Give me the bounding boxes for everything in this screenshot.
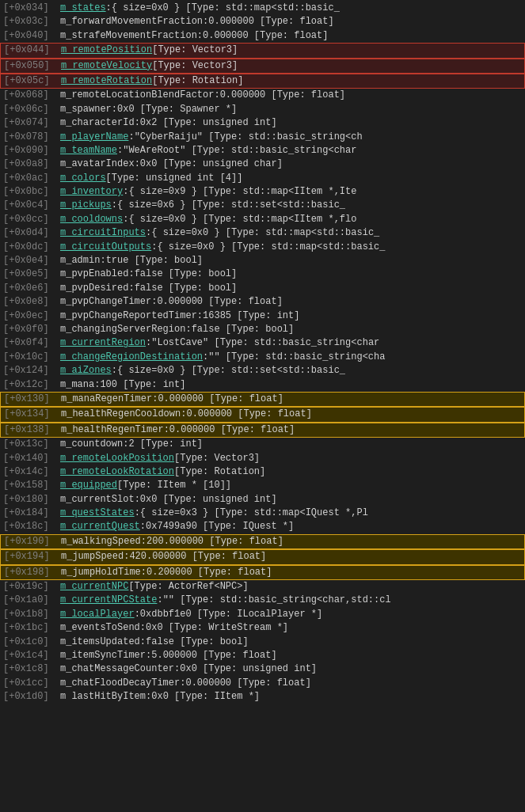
- field-name[interactable]: m_equipped: [60, 479, 117, 492]
- field-name[interactable]: m_pickups: [60, 199, 112, 212]
- field-value: [Type: Rotation]: [174, 465, 265, 479]
- table-row: [+0x184] m_questStates : { size=0x3 } [T…: [0, 507, 525, 520]
- code-view: [+0x034] m_states : { size=0x0 } [Type: …: [0, 0, 525, 706]
- field-value: 100 [Type: int]: [100, 378, 185, 392]
- field-value: 0x7499a90 [Type: IQuest *]: [146, 520, 294, 533]
- field-name[interactable]: m_circuitInputs: [60, 226, 146, 240]
- table-row: [+0x0f0] m_changingServerRegion : false …: [0, 323, 525, 336]
- field-name[interactable]: m_colors: [60, 172, 106, 185]
- table-row: [+0x198] m_jumpHoldTime : 0.200000 [Type…: [0, 565, 525, 580]
- field-value: [Type: Rotation]: [152, 74, 243, 88]
- table-row: [+0x0ac] m_colors [Type: unsigned int [4…: [0, 172, 525, 185]
- memory-offset: [+0x1c4]: [3, 649, 60, 662]
- separator: :: [140, 636, 146, 649]
- field-value: [Type: Vector3]: [152, 44, 238, 57]
- field-value: 0.000000 [Type: float]: [158, 393, 283, 406]
- memory-offset: [+0x18c]: [3, 520, 60, 533]
- field-name[interactable]: m_questStates: [60, 507, 135, 520]
- memory-offset: [+0x13c]: [3, 438, 60, 451]
- field-name: m_avatarIndex: [60, 157, 135, 171]
- table-row: [+0x0d4] m_circuitInputs : { size=0x0 } …: [0, 226, 525, 240]
- separator: :: [123, 438, 128, 451]
- field-name[interactable]: m_teamName: [60, 144, 117, 157]
- memory-offset: [+0x090]: [3, 144, 60, 157]
- field-name: m_chatMessageCounter: [60, 662, 174, 676]
- separator: :: [197, 309, 203, 323]
- table-row: [+0x0e5] m_pvpEnabled : false [Type: boo…: [0, 268, 525, 281]
- separator: :: [94, 378, 100, 392]
- separator: :: [140, 621, 146, 635]
- field-value: false [Type: bool]: [192, 323, 295, 336]
- field-name[interactable]: m_inventory: [60, 185, 123, 199]
- memory-offset: [+0x1bc]: [3, 621, 60, 635]
- memory-offset: [+0x0cc]: [3, 213, 60, 226]
- field-name: m_pvpChangeReportedTimer: [60, 309, 197, 323]
- field-name: m_mana: [60, 378, 94, 392]
- field-name: m_admin: [60, 254, 100, 268]
- field-name[interactable]: m_remoteLookPosition: [60, 452, 174, 465]
- separator: :: [164, 423, 169, 437]
- field-name[interactable]: m_remoteLookRotation: [60, 465, 174, 479]
- separator: :: [124, 550, 129, 563]
- field-name[interactable]: m_currentQuest: [60, 520, 140, 533]
- table-row: [+0x068] m_remoteLocationBlendFactor : 0…: [0, 89, 525, 102]
- field-name[interactable]: m_localPlayer: [60, 608, 135, 621]
- field-name: m_chatFloodDecayTimer: [60, 677, 180, 690]
- memory-offset: [+0x190]: [4, 535, 61, 548]
- table-row: [+0x03c] m_forwardMovementFraction : 0.0…: [0, 15, 525, 28]
- field-name[interactable]: m_cooldowns: [60, 213, 123, 226]
- memory-offset: [+0x0e8]: [3, 295, 60, 309]
- field-value: false [Type: bool]: [135, 268, 238, 281]
- memory-offset: [+0x0bc]: [3, 185, 60, 199]
- separator: :: [128, 282, 134, 295]
- field-name[interactable]: m_playerName: [60, 131, 128, 144]
- field-name: m_healthRegenTimer: [61, 423, 164, 437]
- field-name: m_remoteLocationBlendFactor: [60, 89, 214, 102]
- field-value: "CyberRaiju" [Type: std::basic_string<ch: [135, 131, 363, 144]
- field-value: { size=0x0 } [Type: std::map<IItem *,flo: [128, 213, 356, 226]
- field-name[interactable]: m_states: [60, 2, 106, 15]
- table-row: [+0x180] m_currentSlot : 0x0 [Type: unsi…: [0, 493, 525, 507]
- field-value: true [Type: bool]: [106, 254, 203, 268]
- field-name[interactable]: m_currentRegion: [60, 336, 146, 350]
- field-value: 5.000000 [Type: float]: [151, 649, 276, 662]
- separator: :: [181, 408, 186, 421]
- field-name[interactable]: m_changeRegionDestination: [60, 351, 203, 364]
- separator: :: [128, 268, 134, 281]
- table-row: [+0x1bc] m_eventsToSend : 0x0 [Type: Wri…: [0, 621, 525, 635]
- separator: :: [112, 364, 117, 378]
- field-name[interactable]: m_remotePosition: [61, 44, 152, 57]
- table-row: [+0x1d0] m lastHitByItem : 0x0 [Type: II…: [0, 690, 525, 704]
- field-value: 0xdbbf1e0 [Type: ILocalPlayer *]: [140, 608, 322, 621]
- field-name[interactable]: m_remoteVelocity: [61, 59, 152, 73]
- table-row: [+0x14c] m_remoteLookRotation [Type: Rot…: [0, 465, 525, 479]
- field-name[interactable]: m_currentNPCState: [60, 594, 157, 607]
- field-value: { size=0x0 } [Type: std::set<std::basic_: [117, 364, 345, 378]
- memory-offset: [+0x1b8]: [3, 608, 60, 621]
- memory-offset: [+0x044]: [4, 44, 61, 57]
- field-value: { size=0x9 } [Type: std::map<IItem *,Ite: [128, 185, 356, 199]
- separator: :: [152, 393, 158, 406]
- field-name[interactable]: m_circuitOutputs: [60, 241, 151, 254]
- field-value: 0.000000 [Type: float]: [186, 408, 311, 421]
- table-row: [+0x0e6] m_pvpDesired : false [Type: boo…: [0, 282, 525, 295]
- field-value: false [Type: bool]: [135, 282, 238, 295]
- separator: :: [123, 185, 128, 199]
- field-value: [Type: Vector3]: [174, 452, 260, 465]
- table-row: [+0x0cc] m_cooldowns : { size=0x0 } [Typ…: [0, 213, 525, 226]
- field-name[interactable]: m_currentNPC: [60, 580, 128, 594]
- field-name[interactable]: m_aiZones: [60, 364, 112, 378]
- separator: :: [146, 690, 151, 704]
- field-value: 0.000000 [Type: float]: [169, 423, 295, 437]
- memory-offset: [+0x1c8]: [3, 662, 60, 676]
- separator: :: [174, 662, 180, 676]
- memory-offset: [+0x12c]: [3, 378, 60, 392]
- field-name: m_healthRegenCooldown: [61, 408, 181, 421]
- field-name[interactable]: m_remoteRotation: [61, 74, 152, 88]
- memory-offset: [+0x0f0]: [3, 323, 60, 336]
- table-row: [+0x12c] m_mana : 100 [Type: int]: [0, 378, 525, 392]
- field-value: "WeAreRoot" [Type: std::basic_string<cha…: [123, 144, 356, 157]
- table-row: [+0x06c] m_spawner : 0x0 [Type: Spawner …: [0, 103, 525, 116]
- field-name: m_itemSyncTimer: [60, 649, 146, 662]
- separator: :: [141, 535, 146, 548]
